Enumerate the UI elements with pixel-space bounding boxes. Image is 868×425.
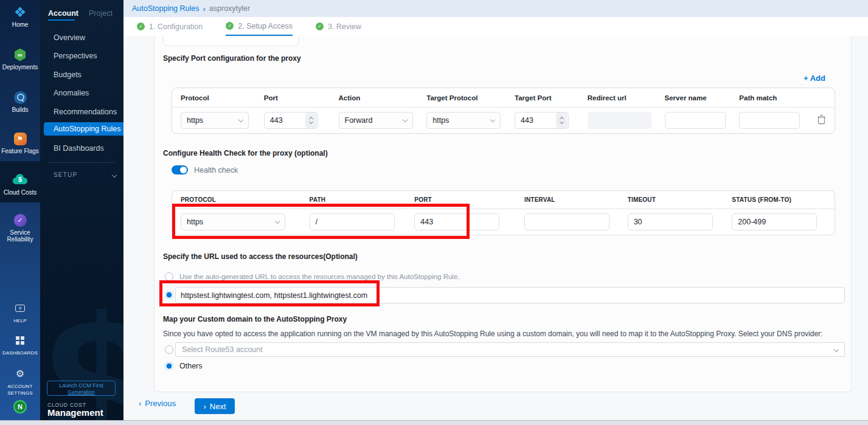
hc-port-input[interactable]: 443	[414, 213, 499, 230]
protocol-select[interactable]: https	[181, 112, 249, 129]
target-port-value: 443	[515, 116, 556, 125]
previous-label: Previous	[145, 399, 176, 408]
health-check-toggle-label: Health check	[194, 166, 238, 174]
hc-path-input[interactable]: /	[310, 213, 395, 230]
rail-item-cloud-costs[interactable]: $ Cloud Costs	[0, 173, 40, 196]
menu-item-budgets[interactable]: Budgets	[54, 71, 82, 79]
cloud-costs-icon: $	[12, 174, 29, 186]
port-input[interactable]: 443	[264, 112, 318, 129]
rail-label-help: HELP	[0, 317, 40, 324]
step-review[interactable]: ✓ 3. Review	[316, 17, 361, 36]
menu-item-recommendations[interactable]: Recommendations	[54, 108, 117, 116]
menu-item-perspectives[interactable]: Perspectives	[54, 52, 97, 60]
avatar[interactable]: N	[13, 400, 27, 413]
col-target-port: Target Port	[506, 94, 579, 102]
target-protocol-select[interactable]: https	[426, 112, 501, 129]
health-check-header-row: PROTOCOL PATH PORT INTERVAL TIMEOUT STAT…	[172, 191, 835, 209]
col-port: Port	[255, 94, 330, 102]
col-server-name: Server name	[656, 94, 731, 102]
menu-item-autostopping-rules[interactable]: AutoStopping Rules	[44, 122, 123, 136]
rail-item-service-reliability[interactable]: ✓ Service Reliability	[0, 213, 40, 243]
health-check-row: https / 443 30 200-499	[172, 209, 835, 235]
chevron-down-icon	[275, 218, 280, 223]
hc-status-input[interactable]: 200-499	[732, 213, 817, 230]
rail-item-profile[interactable]: N	[0, 400, 40, 413]
chevron-down-icon	[112, 172, 117, 177]
col-target-protocol: Target Protocol	[418, 94, 506, 102]
chevron-down-icon	[238, 117, 243, 122]
breadcrumb-link-autostopping-rules[interactable]: AutoStopping Rules	[132, 4, 200, 13]
target-port-input[interactable]: 443	[515, 112, 569, 129]
step-configuration[interactable]: ✓ 1. Configuration	[137, 17, 203, 36]
action-select[interactable]: Forward	[339, 112, 413, 129]
hc-interval-input[interactable]	[524, 213, 609, 230]
rail-item-feature-flags[interactable]: ⚑ Feature Flags	[0, 131, 40, 154]
menu-item-anomalies[interactable]: Anomalies	[54, 89, 89, 97]
account-settings-icon: ⚙	[16, 369, 24, 379]
menu-setup-group[interactable]: SETUP	[54, 171, 116, 178]
hc-protocol-select[interactable]: https	[181, 213, 285, 230]
auto-url-option-row: Use the auto-generated URL to access the…	[165, 272, 460, 281]
rail-item-deployments[interactable]: ∞ Deployments	[0, 47, 40, 71]
port-stepper[interactable]	[305, 112, 317, 128]
previous-button[interactable]: ‹ Previous	[139, 399, 176, 408]
route53-account-select[interactable]: Select Route53 account	[175, 342, 845, 357]
breadcrumb-current: asproxytyler	[209, 4, 250, 13]
url-section-title: Specify the URL used to access the resou…	[163, 252, 358, 261]
menu-item-overview[interactable]: Overview	[54, 33, 85, 42]
hc-timeout-input[interactable]: 30	[628, 213, 713, 230]
custom-url-radio[interactable]	[165, 291, 173, 299]
auto-url-radio[interactable]	[165, 272, 173, 281]
window-bottom-edge	[0, 420, 868, 425]
route53-radio[interactable]	[165, 345, 173, 354]
breadcrumb: AutoStopping Rules › asproxytyler	[123, 0, 868, 17]
step-check-icon: ✓	[137, 22, 145, 30]
rail-label-feature-flags: Feature Flags	[0, 148, 40, 154]
chevron-down-icon	[402, 117, 407, 122]
port-value: 443	[265, 116, 305, 125]
col-hc-interval: INTERVAL	[516, 196, 619, 203]
chevron-left-icon: ‹	[139, 399, 141, 408]
rail-item-account-settings[interactable]: ⚙ ACCOUNT SETTINGS	[0, 367, 40, 396]
rail-item-builds[interactable]: Builds	[0, 90, 40, 113]
server-name-input[interactable]	[665, 112, 726, 129]
step-setup-access[interactable]: ✓ 2. Setup Access	[226, 17, 293, 36]
rail-item-dashboards[interactable]: DASHBOARDS	[0, 333, 40, 356]
col-hc-port: PORT	[406, 196, 516, 203]
rail-item-help[interactable]: ? HELP	[0, 301, 40, 324]
delete-row-icon[interactable]	[817, 114, 826, 125]
menu-item-autostopping-label: AutoStopping Rules	[54, 125, 121, 133]
tab-account[interactable]: Account	[48, 9, 78, 18]
col-protocol: Protocol	[172, 94, 255, 102]
add-port-row-button[interactable]: + Add	[804, 74, 825, 83]
rail-item-home[interactable]: ❖ Home	[0, 5, 40, 28]
route53-option-row	[165, 345, 173, 354]
next-button[interactable]: › Next	[195, 398, 235, 414]
tab-project[interactable]: Project	[89, 9, 113, 18]
help-icon: ?	[15, 305, 25, 312]
port-config-title: Specify Port configuration for the proxy	[163, 54, 301, 63]
dns-section-description: Since you have opted to access the appli…	[163, 330, 822, 338]
redirect-url-input[interactable]	[588, 112, 651, 129]
target-port-stepper[interactable]	[556, 112, 568, 128]
others-radio[interactable]	[165, 362, 173, 370]
col-hc-path: PATH	[301, 196, 406, 203]
next-label: Next	[210, 402, 226, 411]
builds-icon	[14, 91, 27, 104]
setup-access-card: Specify Port configuration for the proxy…	[154, 36, 852, 392]
deployments-icon: ∞	[14, 49, 27, 61]
plus-icon: +	[804, 74, 808, 83]
step-review-label: 3. Review	[328, 22, 361, 31]
path-match-input[interactable]	[739, 112, 800, 129]
others-label: Others	[179, 362, 203, 370]
service-reliability-icon: ✓	[14, 214, 27, 227]
menu-divider	[47, 162, 115, 163]
launch-ccm-first-gen-button[interactable]: Launch CCM First Generation	[47, 381, 116, 396]
chevron-down-icon	[834, 347, 839, 352]
chevron-down-icon	[490, 117, 495, 122]
module-menu-panel: $ Account Project Overview Perspectives …	[40, 0, 123, 425]
launch-line2: Generation	[68, 389, 95, 395]
menu-item-bi-dashboards[interactable]: BI Dashboards	[54, 144, 104, 153]
health-check-toggle[interactable]	[172, 165, 188, 174]
custom-url-input[interactable]: httpstest.lightwingtest.com, httpstest1.…	[175, 287, 845, 303]
